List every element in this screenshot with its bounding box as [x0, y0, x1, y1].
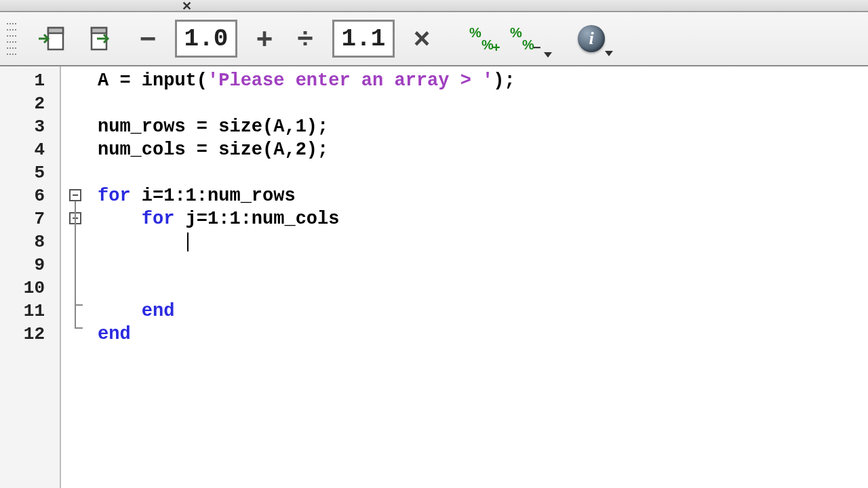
svg-rect-3 [92, 28, 106, 33]
svg-text:−: − [533, 40, 541, 54]
comment-add-button[interactable]: % % + [469, 24, 503, 54]
comment-remove-button[interactable]: % % − [510, 24, 544, 54]
line-number-gutter: 1 2 3 4 5 6 7 8 9 10 11 12 [0, 66, 61, 488]
svg-text:+: + [492, 40, 500, 54]
times-button[interactable]: × [408, 22, 435, 55]
line-number: 3 [0, 117, 60, 140]
line-number: 6 [0, 186, 60, 209]
svg-text:%: % [469, 25, 481, 40]
code-line: num_rows = size(A,1); [98, 117, 868, 140]
close-icon[interactable]: ✕ [182, 0, 192, 14]
fold-toggle[interactable]: − [69, 189, 81, 201]
line-number: 10 [0, 278, 60, 301]
line-number: 11 [0, 301, 60, 324]
code-area[interactable]: A = input('Please enter an array > '); n… [90, 66, 868, 488]
fold-guide-line [75, 224, 76, 304]
step-size-field-1[interactable] [175, 20, 237, 58]
plus-button[interactable]: + [251, 22, 278, 55]
editor-toolbar: − + ÷ × % % + % % − i [0, 12, 868, 66]
divide-button[interactable]: ÷ [292, 22, 319, 55]
insert-file-left-button[interactable] [34, 20, 71, 57]
svg-rect-1 [48, 28, 63, 33]
line-number: 8 [0, 232, 60, 255]
code-line: end [98, 301, 868, 324]
fold-end-mark [75, 304, 83, 306]
line-number: 9 [0, 255, 60, 278]
line-number: 7 [0, 209, 60, 232]
code-line: for i=1:1:num_rows [98, 186, 868, 209]
fold-gutter: − − [61, 66, 90, 488]
code-line [98, 163, 868, 186]
editor-area: 1 2 3 4 5 6 7 8 9 10 11 12 − − A = input… [0, 66, 868, 488]
line-number: 4 [0, 140, 60, 163]
code-line: for j=1:1:num_cols [98, 209, 868, 232]
minus-button[interactable]: − [134, 22, 161, 55]
dropdown-arrow-icon[interactable] [605, 51, 613, 56]
code-line: end [98, 324, 868, 347]
line-number: 2 [0, 94, 60, 117]
dropdown-arrow-icon[interactable] [544, 52, 552, 58]
toolbar-grip-icon[interactable] [7, 20, 16, 57]
code-line [98, 232, 868, 255]
step-size-field-2[interactable] [332, 20, 395, 58]
line-number: 5 [0, 163, 60, 186]
file-arrow-in-icon [37, 24, 67, 54]
info-button[interactable]: i [578, 25, 605, 52]
code-line [98, 255, 868, 278]
fold-end-mark [75, 327, 83, 329]
comment-add-icon: % % + [469, 24, 503, 54]
line-number: 1 [0, 70, 60, 94]
file-arrow-out-icon [87, 24, 117, 54]
code-line [98, 94, 868, 117]
code-line: A = input('Please enter an array > '); [98, 70, 868, 94]
insert-file-right-button[interactable] [84, 20, 121, 57]
text-cursor [187, 232, 189, 251]
line-number: 12 [0, 324, 60, 347]
svg-text:%: % [510, 25, 522, 40]
comment-remove-icon: % % − [510, 24, 544, 54]
titlebar-stub: ✕ [0, 0, 868, 12]
code-line [98, 278, 868, 301]
code-line: num_cols = size(A,2); [98, 140, 868, 163]
